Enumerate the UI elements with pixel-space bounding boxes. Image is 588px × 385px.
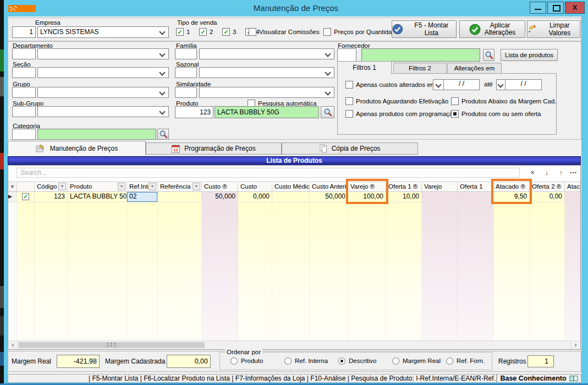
- cell-oferta2-r[interactable]: 0,00: [530, 192, 565, 202]
- tab-alteracoes-lote[interactable]: Alterações em Lote: [447, 63, 502, 74]
- empresa-select[interactable]: LYNCIS SISTEMAS: [37, 26, 169, 38]
- column-header-atacado-r[interactable]: Atacado ®: [493, 182, 530, 191]
- column-header-custo[interactable]: Custo: [238, 182, 272, 191]
- column-header-row-select[interactable]: [17, 182, 35, 191]
- column-header-row-indicator[interactable]: ▼: [8, 182, 17, 191]
- checkbox-indeterminate-icon: [451, 110, 459, 118]
- tab-copia-precos[interactable]: Cópia de Preços: [282, 142, 418, 155]
- grid-data-row[interactable]: ▶✓123LACTA BUBBLY 50G0250,0000,00050,000…: [8, 192, 580, 202]
- fornecedor-name-field[interactable]: [361, 48, 480, 62]
- similaridade-select[interactable]: [199, 87, 334, 98]
- fornecedor-search-button[interactable]: [483, 49, 494, 61]
- checkbox-label: Visualizar Comissões: [259, 29, 320, 35]
- cell-row-select[interactable]: ✓: [17, 192, 35, 202]
- maximize-button[interactable]: [547, 2, 564, 14]
- grupo-select[interactable]: [37, 87, 169, 98]
- cell-custo-anterior[interactable]: 50,000: [310, 192, 348, 202]
- cell-custo-medio[interactable]: [272, 192, 310, 202]
- aplicar-alteracoes-button[interactable]: AplicarAlterações: [459, 20, 525, 38]
- chevron-down-icon: [159, 51, 165, 57]
- column-header-custo-r[interactable]: Custo ®: [202, 182, 238, 191]
- categoria-code-field[interactable]: [12, 129, 36, 140]
- cell-atacado[interactable]: [565, 192, 580, 202]
- date-from-field[interactable]: / /: [443, 79, 480, 90]
- subgrupo-select[interactable]: [37, 106, 169, 117]
- categoria-name-field[interactable]: [37, 129, 156, 140]
- scrollbar-thumb[interactable]: III: [19, 342, 205, 348]
- search-input[interactable]: [17, 168, 520, 178]
- cell-varejo[interactable]: [422, 192, 458, 202]
- grupo-code-field[interactable]: [12, 87, 36, 98]
- minimize-button[interactable]: [530, 2, 546, 14]
- sazonal-select[interactable]: [199, 67, 334, 78]
- clear-search-icon[interactable]: ×: [526, 168, 538, 177]
- date-to-field[interactable]: / /: [505, 79, 542, 90]
- departamento-code-field[interactable]: [12, 48, 36, 59]
- categoria-search-button[interactable]: [157, 129, 169, 140]
- registros-field[interactable]: 1: [527, 355, 554, 367]
- secao-code-field[interactable]: [12, 67, 36, 78]
- column-header-ref-interna[interactable]: Ref.Inte▼: [127, 182, 158, 191]
- secao-select[interactable]: [37, 67, 169, 78]
- row-checkbox[interactable]: ✓: [22, 193, 29, 200]
- cell-oferta1-r[interactable]: 10,00: [386, 192, 422, 202]
- column-header-oferta2-r[interactable]: Oferta 2 ®: [530, 182, 565, 191]
- column-header-atacado[interactable]: Ataca: [565, 182, 580, 191]
- column-header-oferta1[interactable]: Oferta 1: [458, 182, 493, 191]
- margem-real-field[interactable]: -421,98: [57, 355, 100, 368]
- cell-row-indicator[interactable]: ▶: [8, 192, 17, 202]
- more-options-icon[interactable]: ⋯: [567, 168, 579, 177]
- produto-name-field[interactable]: LACTA BUBBLY 50G: [215, 106, 319, 118]
- margem-cadastrada-field[interactable]: 0,00: [167, 355, 211, 368]
- departamento-select[interactable]: [37, 48, 169, 59]
- montar-lista-button[interactable]: F5 - Montar Lista: [392, 20, 457, 38]
- column-filter-button[interactable]: ▼: [118, 183, 125, 190]
- fornecedor-code-field[interactable]: [337, 48, 356, 62]
- checkbox-label: 3: [233, 29, 236, 35]
- subgrupo-code-field[interactable]: [12, 106, 36, 117]
- cell-custo-r[interactable]: 50,000: [202, 192, 238, 202]
- lista-produtos-button[interactable]: Lista de produtos: [501, 49, 558, 61]
- column-header-custo-medio[interactable]: Custo Médio: [272, 182, 310, 191]
- scroll-left-arrow[interactable]: ‹: [8, 341, 18, 349]
- cell-oferta1[interactable]: [458, 192, 493, 202]
- move-up-icon[interactable]: ↑: [555, 168, 567, 177]
- horizontal-scrollbar[interactable]: ‹ III ›: [8, 340, 580, 349]
- cell-custo[interactable]: 0,000: [238, 192, 272, 202]
- move-down-icon[interactable]: ↓: [541, 168, 553, 177]
- column-header-codigo[interactable]: Código▼: [35, 182, 68, 191]
- cell-referencia-fornecedor[interactable]: [158, 192, 202, 202]
- date-from-dropdown[interactable]: [433, 79, 444, 90]
- tab-programacao-precos[interactable]: 12 Programação de Preços: [146, 142, 282, 155]
- column-header-oferta1-r[interactable]: Oferta 1 ®: [386, 182, 422, 191]
- button-label: F5 - Montar Lista: [407, 21, 456, 37]
- limpar-valores-button[interactable]: Limpar Valores: [527, 20, 580, 38]
- column-header-produto[interactable]: Produto▼: [68, 182, 127, 191]
- column-header-varejo-r[interactable]: Varejo ®: [348, 182, 386, 191]
- produto-code-field[interactable]: 123: [175, 106, 213, 118]
- tab-manutencao-precos[interactable]: Manutenção de Preços: [8, 141, 146, 155]
- familia-select[interactable]: [199, 48, 334, 59]
- column-filter-button[interactable]: ▼: [149, 183, 156, 190]
- column-header-referencia-fornecedor[interactable]: Referência F▼: [158, 182, 202, 191]
- close-button[interactable]: X: [565, 2, 585, 14]
- sazonal-code-field[interactable]: [175, 67, 197, 78]
- tab-filtros-1[interactable]: Filtros 1: [337, 61, 392, 74]
- tab-filtros-2[interactable]: Filtros 2: [393, 63, 447, 74]
- produto-search-button[interactable]: [321, 106, 334, 118]
- date-to-dropdown[interactable]: [496, 79, 505, 90]
- column-header-varejo[interactable]: Varejo: [422, 182, 458, 191]
- cell-atacado-r[interactable]: 9,50: [493, 192, 530, 202]
- column-header-custo-anterior[interactable]: Custo Anteri: [310, 182, 348, 191]
- cell-ref-interna[interactable]: 02: [127, 192, 158, 202]
- statusbar-knowledge-base[interactable]: Base Conhecimento: [497, 374, 581, 383]
- cell-codigo[interactable]: 123: [35, 192, 68, 202]
- column-filter-button[interactable]: ▼: [193, 183, 200, 190]
- cell-produto[interactable]: LACTA BUBBLY 50G: [68, 192, 127, 202]
- column-filter-button[interactable]: ▼: [58, 183, 66, 190]
- scroll-right-arrow[interactable]: ›: [570, 341, 580, 349]
- cell-varejo-r[interactable]: 100,00: [348, 192, 386, 202]
- empresa-code-field[interactable]: 1: [12, 26, 36, 38]
- similaridade-code-field[interactable]: [175, 87, 197, 98]
- familia-code-field[interactable]: [175, 48, 197, 59]
